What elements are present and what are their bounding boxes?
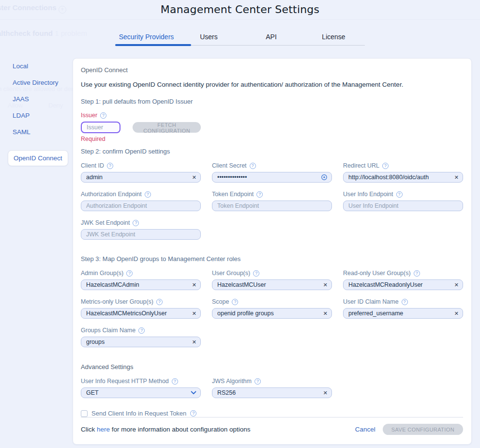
redirect-url-label: Redirect URL: [343, 162, 379, 169]
help-icon[interactable]: ?: [253, 270, 259, 277]
redirect-url-input[interactable]: [348, 174, 450, 181]
sidebar-item-saml[interactable]: SAML: [13, 128, 73, 136]
clear-icon[interactable]: ✕: [192, 175, 196, 180]
jwk-set-endpoint-input[interactable]: [86, 231, 195, 238]
jwk-set-endpoint-input-wrap: [81, 229, 201, 240]
background-divider: [0, 19, 480, 20]
scope-label: Scope: [212, 298, 229, 305]
clear-icon[interactable]: ✕: [192, 340, 196, 345]
help-icon[interactable]: ?: [138, 327, 145, 334]
field-issuer: Issuer ? FETCH CONFIGURATION Required: [81, 112, 201, 142]
token-endpoint-input-wrap: [212, 201, 332, 211]
help-icon[interactable]: ?: [100, 112, 106, 119]
user-info-endpoint-input[interactable]: [348, 202, 458, 209]
jws-algorithm-input-wrap: ✕: [212, 387, 332, 398]
save-configuration-button[interactable]: SAVE CONFIGURATION: [383, 424, 463, 435]
step1-heading: Step 1: pull defaults from OpenID Issuer: [81, 98, 463, 105]
clear-icon[interactable]: ✕: [454, 282, 459, 288]
scope-input-wrap: ✕: [212, 308, 332, 319]
metrics-only-user-groups-input[interactable]: [86, 310, 188, 317]
field-user-info-endpoint: User Info Endpoint ?: [343, 191, 463, 211]
client-id-input-wrap: ✕: [81, 172, 201, 183]
panel-footer: Click here for more information about co…: [81, 417, 463, 438]
help-icon[interactable]: ?: [402, 299, 408, 305]
tab-security-providers[interactable]: Security Providers: [115, 30, 178, 45]
sidebar-item-openid-connect[interactable]: OpenID Connect: [8, 150, 68, 166]
clear-icon[interactable]: ✕: [192, 282, 196, 288]
panel-title: OpenID Connect: [81, 66, 463, 74]
issuer-input[interactable]: [87, 124, 115, 131]
field-readonly-user-groups: Read-only User Group(s) ? ✕: [343, 270, 463, 290]
issuer-input-wrap: [81, 122, 120, 133]
clear-icon[interactable]: ✕: [192, 311, 196, 316]
field-token-endpoint: Token Endpoint ?: [212, 191, 332, 211]
tab-license[interactable]: License: [302, 30, 365, 45]
user-groups-input[interactable]: [217, 281, 319, 288]
send-client-info-checkbox[interactable]: [81, 410, 88, 417]
token-endpoint-input[interactable]: [217, 202, 327, 209]
user-id-claim-name-input[interactable]: [348, 310, 450, 317]
sidebar-item-local[interactable]: Local: [13, 62, 73, 70]
help-icon[interactable]: ?: [126, 270, 133, 277]
client-secret-input[interactable]: [217, 174, 319, 181]
help-icon[interactable]: ?: [145, 191, 151, 198]
fetch-configuration-button[interactable]: FETCH CONFIGURATION: [133, 122, 201, 133]
send-client-info-row: Send Client Info in Request Token ?: [81, 410, 463, 417]
help-icon[interactable]: ?: [156, 299, 163, 305]
sidebar-item-active-directory[interactable]: Active Directory: [13, 79, 73, 86]
user-info-request-http-method-label: User Info Request HTTP Method: [81, 378, 169, 385]
help-icon[interactable]: ?: [232, 299, 238, 305]
help-icon[interactable]: ?: [107, 163, 113, 169]
help-icon[interactable]: ?: [190, 410, 196, 417]
cancel-button[interactable]: Cancel: [355, 426, 375, 433]
field-groups-claim-name: Groups Claim Name ? ✕: [81, 327, 201, 347]
jws-algorithm-label: JWS Algorithm: [212, 378, 252, 385]
sidebar-item-ldap[interactable]: LDAP: [13, 112, 73, 119]
redirect-url-input-wrap: ✕: [343, 172, 463, 183]
help-icon[interactable]: ?: [250, 163, 256, 169]
admin-groups-input-wrap: ✕: [81, 279, 201, 290]
help-icon[interactable]: ?: [396, 191, 403, 198]
page-title: Management Center Settings: [0, 3, 480, 15]
client-id-input[interactable]: [86, 174, 188, 181]
help-icon[interactable]: ?: [382, 163, 389, 169]
scope-input[interactable]: [217, 310, 319, 317]
readonly-user-groups-input[interactable]: [348, 281, 450, 288]
admin-groups-input[interactable]: [86, 281, 188, 288]
clear-icon[interactable]: ✕: [323, 282, 328, 288]
clear-icon[interactable]: ✕: [323, 390, 328, 396]
more-info-link[interactable]: here: [97, 426, 110, 433]
groups-claim-name-input[interactable]: [86, 339, 188, 345]
help-icon[interactable]: ?: [133, 220, 139, 226]
tab-users[interactable]: Users: [178, 30, 240, 45]
authorization-endpoint-label: Authorization Endpoint: [81, 191, 142, 198]
help-icon[interactable]: ?: [172, 378, 178, 385]
user-id-claim-name-input-wrap: ✕: [343, 308, 463, 319]
field-client-secret: Client Secret ?: [212, 162, 332, 183]
user-info-request-http-method-select[interactable]: [81, 387, 201, 398]
tab-api[interactable]: API: [240, 30, 302, 45]
clear-icon[interactable]: ✕: [454, 175, 459, 180]
clear-icon[interactable]: ✕: [454, 311, 459, 316]
authorization-endpoint-input[interactable]: [86, 202, 195, 209]
token-endpoint-label: Token Endpoint: [212, 191, 254, 198]
jws-algorithm-input[interactable]: [217, 389, 319, 396]
openid-connect-panel: OpenID Connect Use your existing OpenID …: [73, 58, 472, 445]
issuer-required-error: Required: [81, 136, 201, 142]
help-icon[interactable]: ?: [255, 378, 261, 385]
user-info-endpoint-label: User Info Endpoint: [343, 191, 393, 198]
user-info-endpoint-input-wrap: [343, 201, 463, 211]
field-metrics-only-user-groups: Metrics-only User Group(s) ? ✕: [81, 298, 201, 319]
chevron-down-icon[interactable]: [191, 391, 196, 395]
help-icon[interactable]: ?: [414, 270, 420, 277]
help-icon[interactable]: ?: [256, 191, 263, 198]
clear-icon[interactable]: ✕: [323, 311, 328, 316]
sidebar-item-jaas[interactable]: JAAS: [13, 95, 73, 103]
issuer-label-row: Issuer ?: [81, 112, 201, 119]
jwk-set-endpoint-label: JWK Set Endpoint: [81, 219, 130, 226]
field-user-id-claim-name: User ID Claim Name ? ✕: [343, 298, 463, 319]
main-area: Local Active Directory JAAS LDAP SAML Op…: [0, 58, 480, 445]
security-provider-sidebar: Local Active Directory JAAS LDAP SAML Op…: [0, 58, 73, 175]
show-password-eye-icon[interactable]: [321, 174, 328, 181]
user-info-request-http-method-value[interactable]: [86, 389, 188, 396]
